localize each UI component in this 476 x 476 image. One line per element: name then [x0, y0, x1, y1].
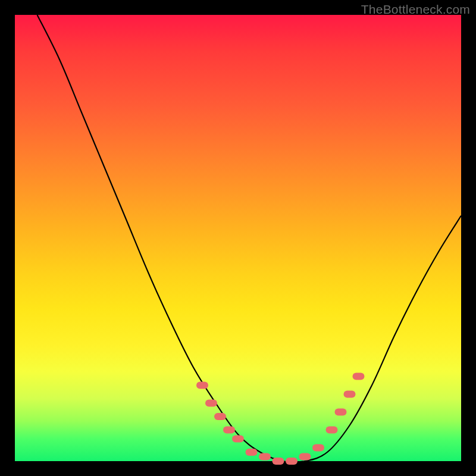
- curve-marker: [246, 449, 258, 456]
- curve-marker: [299, 453, 311, 461]
- curve-marker: [223, 427, 235, 434]
- curve-marker: [286, 458, 298, 465]
- curve-marker: [344, 391, 356, 398]
- curve-marker: [353, 373, 365, 380]
- curve-marker: [312, 444, 324, 452]
- curve-marker: [273, 458, 284, 465]
- watermark-text: TheBottleneck.com: [361, 2, 470, 17]
- curve-marker: [205, 400, 217, 407]
- curve-layer: [15, 15, 461, 461]
- curve-marker: [232, 436, 244, 443]
- curve-marker: [335, 409, 347, 416]
- chart-frame: TheBottleneck.com: [0, 0, 476, 476]
- curve-marker: [214, 413, 226, 420]
- curve-marker: [196, 382, 208, 389]
- bottleneck-curve: [37, 15, 462, 462]
- curve-marker: [259, 453, 271, 461]
- curve-markers: [196, 373, 365, 465]
- curve-marker: [326, 427, 338, 434]
